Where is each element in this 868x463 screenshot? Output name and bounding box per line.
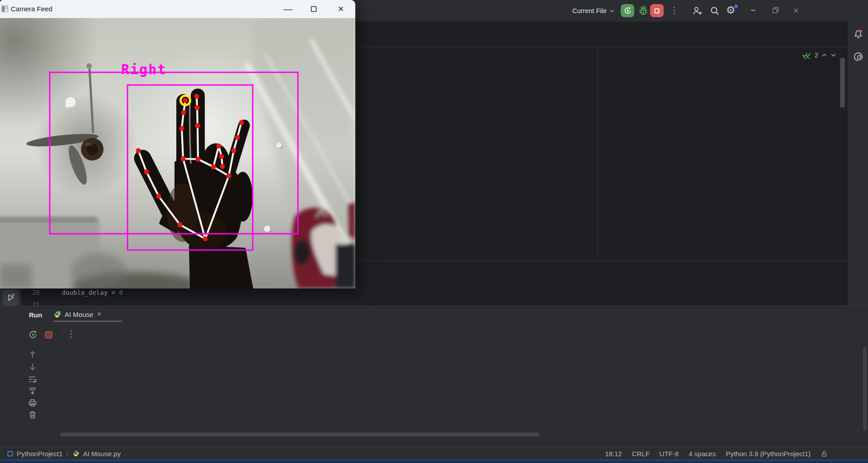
stop-button[interactable] [650, 4, 664, 17]
clear-console-button[interactable] [28, 410, 37, 419]
line-ending-widget[interactable]: CRLF [632, 450, 650, 458]
tab-close-icon[interactable]: × [97, 310, 101, 319]
trash-icon [28, 410, 37, 419]
indent-widget[interactable]: 4 spaces [689, 450, 716, 458]
arrow-up-icon [28, 350, 37, 359]
previous-problem-icon[interactable] [821, 53, 827, 57]
window-restore-button[interactable] [769, 0, 782, 20]
more-actions-button[interactable]: ⋮ [670, 6, 679, 14]
console-more-button[interactable]: ⋮ [66, 329, 75, 338]
window-minimize-button[interactable]: − [747, 0, 760, 20]
run-tab-underline [53, 321, 122, 322]
screen: Current File ⋮ [0, 0, 868, 463]
print-button[interactable] [28, 398, 37, 407]
line-number: 20 [26, 289, 40, 296]
run-toolwindow-button[interactable] [3, 289, 19, 306]
python-run-icon [53, 311, 61, 318]
project-icon [7, 451, 13, 457]
chevron-down-icon [609, 9, 615, 13]
stop-icon [44, 331, 53, 339]
editor-bottom-divider [355, 260, 847, 261]
camera-minimize-button[interactable]: — [276, 0, 300, 18]
status-bar: PythonProject1 › AI Mouse.py 18:12 CRLF … [0, 447, 868, 460]
notifications-button[interactable] [853, 29, 863, 39]
bug-icon [638, 5, 649, 16]
rerun-icon [28, 330, 38, 340]
breadcrumb-file[interactable]: AI Mouse.py [83, 450, 121, 458]
camera-video-frame: Right [0, 18, 355, 288]
python-file-icon [72, 450, 80, 457]
interpreter-widget[interactable]: Python 3.9 (PythonProject1) [726, 450, 811, 458]
printer-icon [28, 398, 37, 407]
next-problem-icon[interactable] [830, 53, 836, 57]
camera-scene: Right [0, 18, 355, 288]
search-everywhere-button[interactable] [709, 5, 720, 16]
scroll-end-icon [28, 387, 37, 396]
camera-window-title: Camera Feed [11, 5, 52, 13]
editor-split-divider[interactable] [598, 47, 598, 260]
code-line: double_delay = 0 [62, 289, 123, 296]
camera-close-button[interactable]: × [327, 0, 354, 18]
inspections-widget[interactable]: 2 [802, 50, 836, 61]
settings-notification-dot [734, 5, 738, 8]
restore-icon [772, 7, 779, 14]
editor-vertical-scrollbar[interactable] [840, 58, 845, 108]
ai-assistant-button[interactable] [853, 52, 863, 62]
run-button[interactable] [621, 4, 634, 17]
inspections-count: 2 [815, 52, 818, 59]
unlocked-icon[interactable] [821, 450, 828, 458]
rerun-button[interactable] [28, 330, 38, 340]
editor-tabbar-divider [355, 47, 847, 47]
maximize-icon [311, 6, 317, 12]
search-icon [709, 5, 720, 16]
scroll-down-button[interactable] [28, 362, 37, 371]
code-with-me-button[interactable] [692, 5, 703, 16]
caret-position-widget[interactable]: 18:12 [605, 450, 622, 458]
rerun-icon [623, 6, 632, 15]
add-user-icon [692, 5, 703, 16]
forearm [189, 245, 253, 288]
run-tab[interactable]: AI Mouse × [53, 307, 101, 321]
scroll-up-button[interactable] [28, 350, 37, 359]
run-configuration-label: Current File [572, 7, 607, 14]
soft-wrap-button[interactable] [28, 375, 37, 384]
camera-window-icon [1, 5, 8, 12]
camera-window-titlebar[interactable]: Camera Feed — × [0, 0, 355, 19]
encoding-widget[interactable]: UTF-8 [660, 450, 679, 458]
breadcrumb-project[interactable]: PythonProject1 [17, 450, 63, 458]
debug-button[interactable] [638, 5, 649, 16]
bell-icon [853, 29, 863, 39]
run-panel-title[interactable]: Run [29, 311, 42, 319]
toolbar-divider [62, 328, 62, 340]
taskbar-edge [0, 459, 868, 463]
arrow-down-icon [28, 362, 37, 371]
scroll-to-end-button[interactable] [28, 387, 37, 396]
window-close-button[interactable]: × [790, 0, 802, 20]
inspections-ok-icon [802, 51, 811, 59]
settings-button[interactable]: ⚙ [726, 5, 737, 17]
console-stop-button[interactable] [44, 331, 53, 339]
camera-feed-window[interactable]: Camera Feed — × [0, 0, 355, 288]
console-horizontal-scrollbar[interactable] [60, 433, 539, 436]
run-play-icon [6, 293, 16, 302]
soft-wrap-icon [28, 375, 37, 384]
hand-label: Right [121, 61, 166, 77]
stop-icon [653, 7, 661, 15]
run-tab-label: AI Mouse [65, 311, 93, 318]
run-configuration-selector[interactable]: Current File [572, 0, 615, 22]
breadcrumb-separator-icon: › [66, 450, 69, 458]
ai-spiral-icon [853, 52, 863, 62]
run-tool-window: Run AI Mouse × [0, 306, 868, 447]
console-vertical-scrollbar[interactable] [863, 347, 867, 430]
camera-maximize-button[interactable] [301, 0, 326, 18]
